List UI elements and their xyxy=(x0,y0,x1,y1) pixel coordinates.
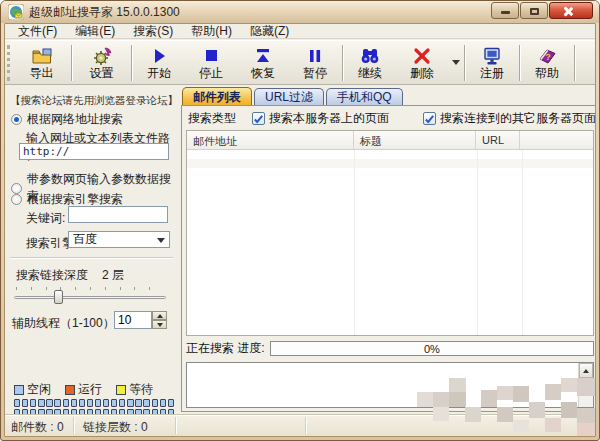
thread-cell xyxy=(71,399,77,407)
pause-icon xyxy=(305,46,325,66)
progress-label: 正在搜索 进度: xyxy=(186,340,265,357)
progress-row: 正在搜索 进度: 0% xyxy=(186,340,594,357)
divider xyxy=(10,257,173,259)
stop-icon xyxy=(201,46,221,66)
chevron-down-icon xyxy=(157,323,163,327)
stop-button[interactable]: 停止 xyxy=(185,42,237,83)
toolbar-label: 帮助 xyxy=(535,67,559,79)
legend-running: 运行 xyxy=(65,381,102,398)
forum-login-notice: 【搜索论坛请先用浏览器登录论坛】 xyxy=(10,94,178,108)
menu-hide[interactable]: 隐藏(Z) xyxy=(241,24,298,39)
toolbar-label: 恢复 xyxy=(251,67,275,79)
toolbar-label: 开始 xyxy=(147,67,171,79)
toolbar-separator xyxy=(574,45,575,81)
maximize-icon xyxy=(530,8,539,15)
toolbar-label: 暂停 xyxy=(303,67,327,79)
url-input[interactable] xyxy=(19,143,169,160)
thread-cell xyxy=(127,399,133,407)
close-button[interactable] xyxy=(549,2,593,19)
spinner-down-button[interactable] xyxy=(152,320,167,329)
spinner-up-button[interactable] xyxy=(152,311,167,320)
menu-help[interactable]: 帮助(H) xyxy=(182,24,241,39)
radio-search-by-url[interactable]: 根据网络地址搜索 xyxy=(11,111,123,128)
window-frame: 文件(F) 编辑(E) 搜索(S) 帮助(H) 隐藏(Z) 导出 xyxy=(4,23,596,437)
thread-cell xyxy=(22,399,28,407)
delete-button[interactable]: 删除 xyxy=(396,42,448,83)
scroll-up-button[interactable] xyxy=(579,363,593,378)
tab-mail-list[interactable]: 邮件列表 xyxy=(182,87,252,106)
chevron-down-icon xyxy=(157,238,165,243)
status-mail-count: 邮件数 : 0 xyxy=(11,419,64,436)
radio-icon xyxy=(11,114,22,125)
settings-gear-icon xyxy=(91,46,113,66)
thread-cell xyxy=(30,399,36,407)
engine-select[interactable]: 百度 xyxy=(68,231,170,248)
thread-cell xyxy=(46,399,52,407)
table-body xyxy=(187,150,593,335)
toolbar-label: 注册 xyxy=(480,67,504,79)
svg-text:?: ? xyxy=(545,51,551,61)
thread-cell xyxy=(143,399,149,407)
register-button[interactable]: 注册 xyxy=(466,42,518,83)
export-folder-icon xyxy=(31,46,53,66)
pause-button[interactable]: 暂停 xyxy=(289,42,341,83)
toolbar-separator xyxy=(519,45,520,81)
toolbar-separator xyxy=(464,45,465,81)
status-bar: 邮件数 : 0 链接层数 : 0 xyxy=(5,414,595,436)
menu-file[interactable]: 文件(F) xyxy=(9,24,66,39)
toolbar-label: 继续 xyxy=(358,67,382,79)
column-header-empty[interactable] xyxy=(520,131,593,149)
start-play-icon xyxy=(149,46,169,66)
depth-value: 2 层 xyxy=(102,267,124,284)
threads-spinner xyxy=(114,311,167,329)
checkbox-local-server[interactable] xyxy=(252,112,265,125)
thread-cell xyxy=(160,399,166,407)
progress-bar: 0% xyxy=(270,341,594,356)
toolbar-label: 导出 xyxy=(30,67,54,79)
chevron-down-icon xyxy=(452,60,460,65)
menu-edit[interactable]: 编辑(E) xyxy=(66,24,124,39)
continue-button[interactable]: 继续 xyxy=(344,42,396,83)
legend-label: 等待 xyxy=(129,381,153,398)
binoculars-icon xyxy=(359,46,381,66)
search-type-row: 搜索类型 搜索本服务器上的页面 搜索连接到的其它服务器页面 xyxy=(188,110,596,127)
start-button[interactable]: 开始 xyxy=(133,42,185,83)
table-header: 邮件地址 标题 URL xyxy=(187,131,593,150)
toolbar-separator xyxy=(71,45,72,81)
column-header-title[interactable]: 标题 xyxy=(354,131,476,149)
thread-cell xyxy=(79,399,85,407)
keyword-label: 关键词: xyxy=(26,210,65,227)
threads-input[interactable] xyxy=(114,311,152,329)
engine-selected-value: 百度 xyxy=(73,231,97,248)
slider-ticks xyxy=(16,287,164,290)
export-button[interactable]: 导出 xyxy=(13,42,70,83)
checkbox-other-servers[interactable] xyxy=(423,112,436,125)
legend-label: 空闲 xyxy=(27,381,51,398)
legend-label: 运行 xyxy=(78,381,102,398)
idle-swatch-icon xyxy=(14,385,24,395)
resume-button[interactable]: 恢复 xyxy=(237,42,289,83)
depth-slider[interactable] xyxy=(14,287,166,307)
tab-phone-qq[interactable]: 手机和QQ xyxy=(326,88,403,106)
titlebar: 超级邮址搜寻家 15.0.0.1300 xyxy=(1,1,599,23)
menu-search[interactable]: 搜索(S) xyxy=(124,24,182,39)
toolbar-grip[interactable] xyxy=(7,45,10,81)
slider-thumb[interactable] xyxy=(54,290,63,304)
settings-button[interactable]: 设置 xyxy=(73,42,130,83)
log-scrollbar[interactable] xyxy=(578,363,593,407)
slider-track[interactable] xyxy=(14,296,166,299)
radio-label: 根据网络地址搜索 xyxy=(27,111,123,128)
tab-url-filter[interactable]: URL过滤 xyxy=(254,88,324,106)
minimize-button[interactable] xyxy=(491,2,519,19)
caption-buttons xyxy=(491,2,593,19)
minimize-icon xyxy=(501,11,510,14)
help-button[interactable]: ? 帮助 xyxy=(521,42,573,83)
maximize-button[interactable] xyxy=(520,2,548,19)
column-header-email[interactable]: 邮件地址 xyxy=(187,131,354,149)
delete-dropdown-button[interactable] xyxy=(448,42,463,83)
register-monitor-icon xyxy=(482,46,502,66)
thread-cell xyxy=(54,399,60,407)
column-header-url[interactable]: URL xyxy=(476,131,520,149)
keyword-input[interactable] xyxy=(68,206,168,223)
checkbox-other-servers-label: 搜索连接到的其它服务器页面 xyxy=(440,110,596,127)
